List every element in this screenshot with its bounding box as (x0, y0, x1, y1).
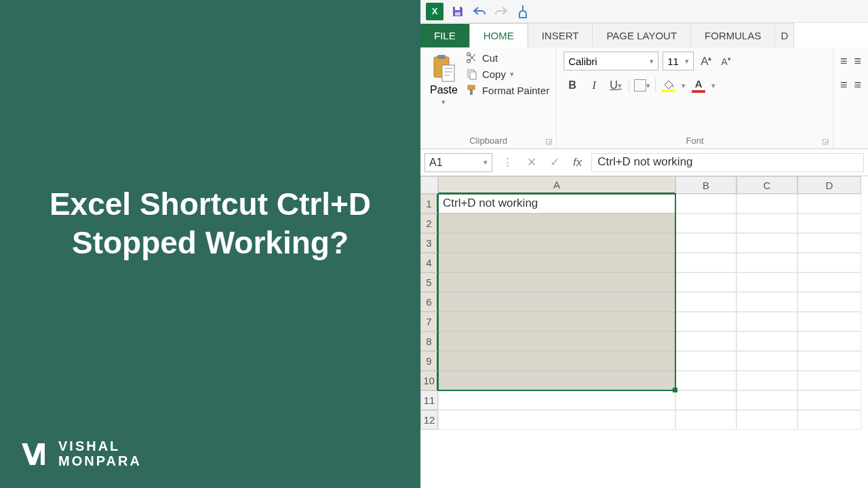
bold-button[interactable]: B (564, 77, 581, 94)
cell[interactable] (736, 312, 797, 331)
tab-more[interactable]: D (775, 23, 794, 47)
cell[interactable] (438, 331, 675, 351)
increase-font-icon[interactable]: A▴ (698, 54, 714, 68)
cell[interactable] (736, 371, 797, 390)
cell[interactable] (736, 233, 797, 253)
insert-function-icon[interactable]: fx (569, 156, 586, 169)
cell[interactable] (797, 410, 861, 430)
col-header-a[interactable]: A (438, 176, 675, 194)
select-all-corner[interactable] (420, 176, 438, 194)
col-header-c[interactable]: C (736, 176, 797, 194)
tab-home[interactable]: HOME (469, 23, 528, 47)
align-center-icon[interactable]: ≡ (854, 78, 861, 92)
cell[interactable] (675, 390, 736, 410)
copy-button[interactable]: Copy ▾ (466, 68, 549, 80)
row-header[interactable]: 5 (420, 272, 438, 292)
cell[interactable] (797, 253, 861, 272)
cut-button[interactable]: Cut (466, 52, 549, 64)
tab-insert[interactable]: INSERT (528, 23, 593, 47)
col-header-b[interactable]: B (675, 176, 736, 194)
cell[interactable] (736, 410, 797, 430)
cell[interactable] (797, 331, 861, 351)
decrease-font-icon[interactable]: A▾ (718, 56, 733, 67)
undo-icon[interactable] (472, 4, 487, 19)
cell[interactable] (675, 253, 736, 272)
row-header[interactable]: 4 (420, 253, 438, 272)
cell[interactable] (438, 371, 675, 390)
cell[interactable] (797, 233, 861, 253)
save-icon[interactable] (450, 4, 465, 19)
tab-file[interactable]: FILE (420, 24, 469, 47)
row-header[interactable]: 7 (420, 312, 438, 331)
row-header[interactable]: 10 (420, 371, 438, 390)
font-size-select[interactable]: 11▾ (663, 52, 694, 70)
cell[interactable] (675, 214, 736, 233)
redo-icon[interactable] (494, 4, 509, 19)
cell[interactable] (438, 292, 675, 312)
chevron-down-icon[interactable]: ▾ (711, 81, 715, 90)
row-header[interactable]: 3 (420, 233, 438, 253)
cell[interactable] (736, 272, 797, 292)
underline-button[interactable]: U ▾ (607, 77, 625, 94)
cell[interactable] (736, 214, 797, 233)
cell[interactable] (438, 214, 675, 233)
align-left-icon[interactable]: ≡ (840, 78, 848, 92)
cell[interactable] (736, 331, 797, 351)
cell[interactable] (438, 272, 675, 292)
cell[interactable] (797, 214, 861, 233)
cell[interactable] (736, 194, 797, 214)
align-middle-icon[interactable]: ≡ (854, 54, 861, 68)
cell[interactable] (675, 233, 736, 253)
tab-page-layout[interactable]: PAGE LAYOUT (593, 23, 691, 47)
clipboard-dialog-launcher-icon[interactable]: ◲ (545, 137, 552, 146)
cell[interactable] (675, 312, 736, 331)
cell[interactable] (736, 351, 797, 371)
cell[interactable] (438, 312, 675, 331)
cancel-icon[interactable]: ✕ (523, 155, 540, 169)
cell[interactable] (736, 390, 797, 410)
cell[interactable] (438, 410, 675, 430)
chevron-down-icon[interactable]: ▾ (682, 81, 686, 90)
cell[interactable] (797, 312, 861, 331)
excel-icon[interactable]: X (426, 3, 443, 20)
font-color-button[interactable]: A (690, 77, 707, 94)
cell[interactable] (797, 292, 861, 312)
cell[interactable] (797, 194, 861, 214)
italic-button[interactable]: I (585, 77, 603, 94)
cell[interactable] (675, 272, 736, 292)
formula-input[interactable]: Ctrl+D not working (591, 153, 864, 172)
row-header[interactable]: 6 (420, 292, 438, 312)
align-top-icon[interactable]: ≡ (840, 54, 848, 68)
cell[interactable] (675, 351, 736, 371)
cell[interactable] (736, 292, 797, 312)
cell[interactable] (797, 390, 861, 410)
cell[interactable] (675, 410, 736, 430)
cell[interactable] (438, 351, 675, 371)
cell[interactable] (675, 331, 736, 351)
cell[interactable] (736, 253, 797, 272)
cell[interactable] (438, 253, 675, 272)
col-header-d[interactable]: D (797, 176, 861, 194)
paste-button[interactable]: Paste ▾ (427, 52, 460, 108)
cell[interactable] (797, 371, 861, 390)
fill-color-button[interactable] (660, 77, 677, 94)
font-dialog-launcher-icon[interactable]: ◲ (822, 137, 829, 146)
name-box[interactable]: A1▾ (425, 153, 492, 172)
row-header[interactable]: 2 (420, 214, 438, 233)
touch-mode-icon[interactable] (515, 4, 530, 19)
cell[interactable] (675, 194, 736, 214)
cell[interactable] (675, 292, 736, 312)
font-name-select[interactable]: Calibri▾ (564, 52, 658, 70)
row-header[interactable]: 9 (420, 351, 438, 371)
format-painter-button[interactable]: Format Painter (466, 84, 549, 96)
cell[interactable] (438, 390, 675, 410)
tab-formulas[interactable]: FORMULAS (691, 23, 775, 47)
cell[interactable] (797, 351, 861, 371)
row-header[interactable]: 1 (420, 194, 438, 214)
cell[interactable] (675, 371, 736, 390)
row-header[interactable]: 8 (420, 331, 438, 351)
row-header[interactable]: 11 (420, 390, 438, 410)
cell-a1[interactable]: Ctrl+D not working (438, 194, 675, 214)
cell[interactable] (797, 272, 861, 292)
row-header[interactable]: 12 (420, 410, 438, 430)
